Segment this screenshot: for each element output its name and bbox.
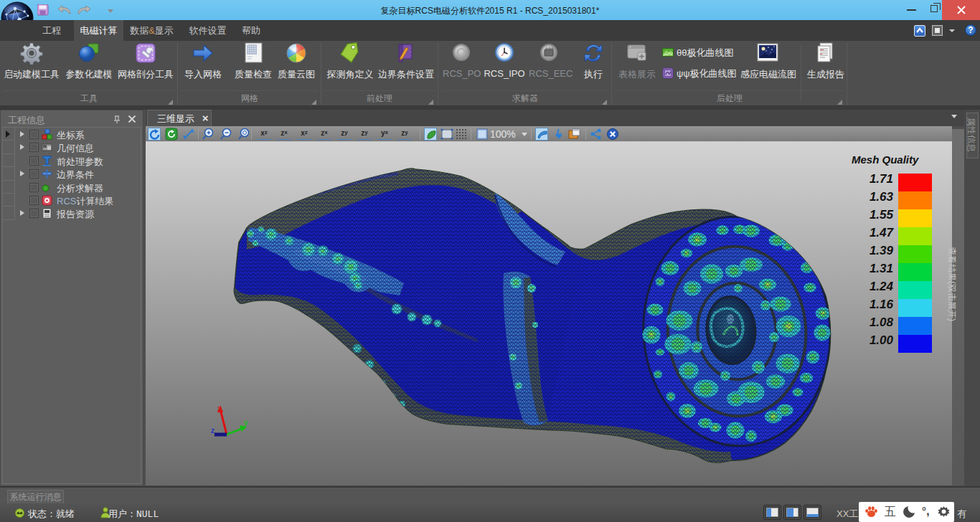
svg-text:x: x xyxy=(217,404,222,412)
svg-text:z: z xyxy=(211,427,215,435)
svg-text:y: y xyxy=(244,419,248,427)
